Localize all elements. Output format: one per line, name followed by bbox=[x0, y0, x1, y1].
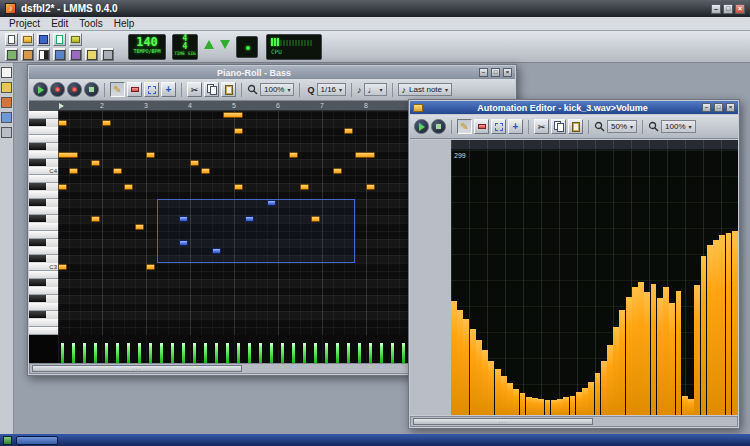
piano-key[interactable] bbox=[29, 287, 58, 295]
scrollbar-handle[interactable]: ··· bbox=[413, 418, 593, 425]
automation-value-bar[interactable] bbox=[688, 399, 694, 415]
zoom-y-combo[interactable]: 100%▾ bbox=[661, 120, 695, 133]
piano-note[interactable] bbox=[300, 184, 309, 190]
automation-value-bar[interactable] bbox=[694, 285, 700, 415]
piano-key[interactable] bbox=[29, 207, 58, 215]
velocity-bar[interactable] bbox=[204, 343, 207, 363]
automation-value-bar[interactable] bbox=[613, 327, 619, 415]
scrollbar-handle[interactable]: ··· bbox=[32, 365, 242, 372]
piano-note[interactable] bbox=[146, 152, 155, 158]
piano-note[interactable] bbox=[289, 152, 298, 158]
stop-button[interactable] bbox=[84, 82, 99, 97]
automation-value-bar[interactable] bbox=[682, 396, 688, 415]
computer-tab-icon[interactable] bbox=[1, 127, 12, 138]
velocity-bar[interactable] bbox=[94, 343, 97, 363]
velocity-bar[interactable] bbox=[325, 343, 328, 363]
automation-close-button[interactable]: × bbox=[726, 103, 735, 112]
copy-button[interactable] bbox=[204, 82, 219, 97]
velocity-bar[interactable] bbox=[215, 343, 218, 363]
automation-value-bar[interactable] bbox=[532, 398, 538, 415]
selection-rectangle[interactable] bbox=[157, 199, 355, 263]
piano-note-selected[interactable] bbox=[245, 216, 254, 222]
main-titlebar[interactable]: ♪ dsfbl2* - LMMS 0.4.0 – □ × bbox=[0, 0, 750, 17]
copy-button[interactable] bbox=[551, 119, 566, 134]
toggle-bb-editor-button[interactable] bbox=[21, 48, 34, 61]
piano-note-selected[interactable] bbox=[212, 248, 221, 254]
automation-value-bar[interactable] bbox=[457, 310, 463, 415]
erase-mode-button[interactable] bbox=[474, 119, 489, 134]
piano-note[interactable] bbox=[234, 128, 243, 134]
instruments-tab-icon[interactable] bbox=[1, 67, 12, 78]
play-button[interactable] bbox=[33, 82, 48, 97]
velocity-bar[interactable] bbox=[127, 343, 130, 363]
piano-note[interactable] bbox=[58, 184, 67, 190]
velocity-bar[interactable] bbox=[226, 343, 229, 363]
piano-note[interactable] bbox=[234, 184, 243, 190]
piano-note[interactable] bbox=[366, 184, 375, 190]
piano-note[interactable] bbox=[355, 152, 375, 158]
move-mode-button[interactable]: + bbox=[161, 82, 176, 97]
automation-value-bar[interactable] bbox=[626, 297, 632, 415]
taskbar-menu-icon[interactable] bbox=[3, 436, 12, 445]
automation-value-bar[interactable] bbox=[507, 383, 513, 415]
piano-note-selected[interactable] bbox=[267, 200, 276, 206]
paste-button[interactable] bbox=[221, 82, 236, 97]
toggle-piano-roll-button[interactable] bbox=[37, 48, 50, 61]
piano-key[interactable] bbox=[29, 151, 58, 159]
piano-note[interactable] bbox=[135, 224, 144, 230]
piano-note[interactable] bbox=[201, 168, 210, 174]
piano-key[interactable] bbox=[29, 199, 58, 207]
automation-value-bar[interactable] bbox=[663, 287, 669, 415]
automation-timeline[interactable] bbox=[451, 140, 738, 150]
velocity-bar[interactable] bbox=[160, 343, 163, 363]
piano-key[interactable] bbox=[29, 119, 58, 127]
velocity-bar[interactable] bbox=[347, 343, 350, 363]
zoom-x-combo[interactable]: 50%▾ bbox=[607, 120, 637, 133]
taskbar-window-button[interactable] bbox=[16, 436, 58, 445]
draw-mode-button[interactable]: ✎ bbox=[110, 82, 125, 97]
automation-value-bar[interactable] bbox=[651, 284, 657, 415]
automation-value-bar[interactable] bbox=[669, 303, 675, 415]
automation-value-bar[interactable] bbox=[601, 361, 607, 415]
automation-value-bar[interactable] bbox=[495, 369, 501, 415]
piano-note-selected[interactable] bbox=[179, 216, 188, 222]
automation-value-bar[interactable] bbox=[538, 399, 544, 415]
velocity-bar[interactable] bbox=[149, 343, 152, 363]
play-button[interactable] bbox=[414, 119, 429, 134]
piano-note[interactable] bbox=[102, 120, 111, 126]
velocity-bar[interactable] bbox=[105, 343, 108, 363]
cut-button[interactable]: ✂ bbox=[187, 82, 202, 97]
automation-value-bar[interactable] bbox=[451, 301, 457, 415]
velocity-bar[interactable] bbox=[402, 343, 405, 363]
controller-rack-button[interactable] bbox=[101, 48, 114, 61]
automation-value-bar[interactable] bbox=[644, 292, 650, 415]
velocity-bar[interactable] bbox=[314, 343, 317, 363]
automation-value-bar[interactable] bbox=[463, 319, 469, 415]
automation-titlebar[interactable]: Automation Editor - kick_3.wav>Volume – … bbox=[410, 101, 738, 114]
piano-key[interactable] bbox=[29, 143, 58, 151]
velocity-bar[interactable] bbox=[369, 343, 372, 363]
piano-note[interactable] bbox=[223, 112, 243, 118]
piano-note[interactable] bbox=[333, 168, 342, 174]
automation-value-bar[interactable] bbox=[563, 397, 569, 415]
piano-note[interactable] bbox=[311, 216, 320, 222]
toggle-fx-mixer-button[interactable] bbox=[69, 48, 82, 61]
piano-key[interactable] bbox=[29, 111, 58, 119]
automation-value-bar[interactable] bbox=[638, 282, 644, 415]
velocity-bar[interactable] bbox=[391, 343, 394, 363]
new-project-button[interactable] bbox=[5, 33, 18, 46]
velocity-bar[interactable] bbox=[116, 343, 119, 363]
automation-value-bar[interactable] bbox=[582, 388, 588, 415]
automation-minimize-button[interactable]: – bbox=[702, 103, 711, 112]
automation-value-bar[interactable] bbox=[488, 361, 494, 415]
velocity-bar[interactable] bbox=[281, 343, 284, 363]
piano-note[interactable] bbox=[344, 128, 353, 134]
automation-value-bar[interactable] bbox=[476, 340, 482, 415]
piano-key[interactable] bbox=[29, 135, 58, 143]
automation-value-bar[interactable] bbox=[619, 310, 625, 415]
menu-help[interactable]: Help bbox=[109, 18, 140, 29]
master-pitch-knob[interactable] bbox=[220, 40, 230, 49]
velocity-bar[interactable] bbox=[248, 343, 251, 363]
master-pitch-display[interactable] bbox=[236, 36, 258, 58]
piano-key[interactable] bbox=[29, 311, 58, 319]
